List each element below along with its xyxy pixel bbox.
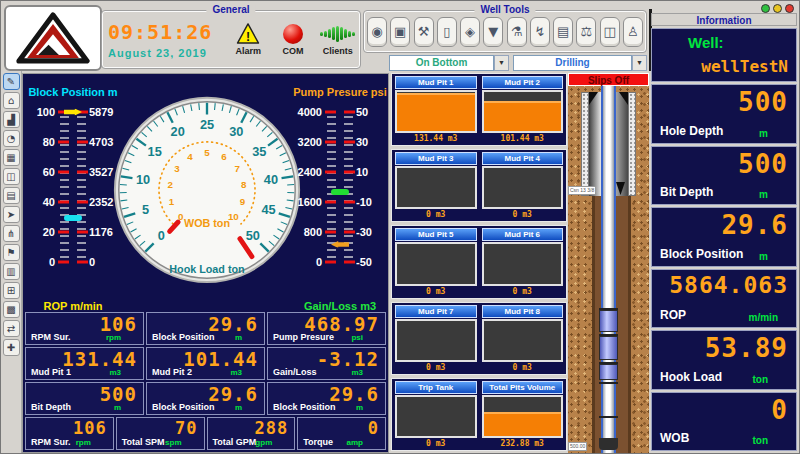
side-tool-home-button[interactable]: ⌂ <box>3 92 20 109</box>
tick-label: 100 <box>27 106 55 118</box>
major-tick <box>77 201 88 204</box>
side-tool-cursor-button[interactable]: ➤ <box>3 206 20 223</box>
tool-derrick-button[interactable]: ⚒ <box>414 17 434 47</box>
tool-lock-icon: ◈ <box>465 24 475 39</box>
alarm-warning-icon: ! <box>236 23 260 44</box>
tank-level-display <box>395 90 477 133</box>
svg-text:3: 3 <box>174 163 180 174</box>
alarm-label: Alarm <box>236 46 262 56</box>
status-selectors: On Bottom▼Drilling▼ <box>363 55 647 71</box>
side-toolbar: ✎⌂▟◔▦◫▤➤⋔⚑▥⊞▩⇄✚ <box>1 71 22 453</box>
drill-collar <box>599 336 618 360</box>
tank-mud-pit-2: Mud Pit 2101.44 m3 <box>482 76 564 144</box>
wave-bar <box>336 26 339 42</box>
major-tick <box>325 231 336 234</box>
bit-depth-label: 500.00 <box>568 442 587 451</box>
side-tool-plus-button[interactable]: ✚ <box>3 339 20 356</box>
tool-joint <box>599 334 618 336</box>
tank-volume-label: 0 m3 <box>482 286 564 297</box>
svg-text:35: 35 <box>252 144 266 159</box>
side-tool-swap-button[interactable]: ⇄ <box>3 320 20 337</box>
readout-unit: amp <box>347 438 363 447</box>
tool-bit-button[interactable]: ▼ <box>483 17 503 47</box>
readout-label: RPM Sur. <box>31 332 71 342</box>
close-button[interactable] <box>785 4 794 13</box>
tick-label: 30 <box>356 136 386 148</box>
tank-volume-label: 232.88 m3 <box>482 438 564 449</box>
readout-label: Mud Pit 2 <box>152 367 192 377</box>
tick-label: 80 <box>27 136 55 148</box>
side-tool-rows-button[interactable]: ▤ <box>3 187 20 204</box>
drill-bit <box>599 438 618 450</box>
tank-header: Mud Pit 6 <box>482 228 564 241</box>
info-unit: ton <box>752 435 768 446</box>
readout-unit: rpm <box>106 333 121 342</box>
side-tool-pipes-button[interactable]: ⋔ <box>3 225 20 242</box>
readout-unit: m <box>114 403 121 412</box>
side-tool-add-grid-button[interactable]: ⊞ <box>3 282 20 299</box>
readout-total-spm: 70Total SPMspm <box>116 417 205 450</box>
chevron-down-icon[interactable]: ▼ <box>632 55 647 71</box>
side-tool-flag-button[interactable]: ⚑ <box>3 244 20 261</box>
tank-header: Mud Pit 3 <box>395 152 477 165</box>
readout-label: Block Position <box>152 402 215 412</box>
svg-text:20: 20 <box>171 124 185 139</box>
side-tool-panel-button[interactable]: ▥ <box>3 263 20 280</box>
svg-text:!: ! <box>246 30 250 44</box>
clients-indicator[interactable]: Clients <box>315 24 360 56</box>
cement-right <box>628 92 636 196</box>
maximize-button[interactable] <box>773 4 782 13</box>
readout-mud-pit-2: 101.44Mud Pit 2m3 <box>146 347 265 380</box>
tool-logger-button[interactable]: ▣ <box>390 17 410 47</box>
info-label: ROP <box>660 308 686 322</box>
tool-operator-button[interactable]: ♙ <box>623 17 643 47</box>
tool-balance-button[interactable]: ⚖ <box>576 17 596 47</box>
major-tick <box>325 141 336 144</box>
tool-operator-icon: ♙ <box>627 24 639 39</box>
svg-text:50: 50 <box>246 228 260 243</box>
cement-left <box>581 92 589 196</box>
pit-row: Mud Pit 50 m3Mud Pit 60 m3 <box>391 225 567 298</box>
chevron-down-icon[interactable]: ▼ <box>494 55 509 71</box>
readout-value: 500 <box>100 383 137 405</box>
side-tool-grid-button[interactable]: ▦ <box>3 149 20 166</box>
tick-label: 60 <box>27 166 55 178</box>
tool-hook-icon: ↯ <box>534 24 545 39</box>
logo-triangle-icon <box>16 11 90 65</box>
tool-sensor-button[interactable]: ◉ <box>367 17 387 47</box>
rig-activity-select[interactable]: Drilling▼ <box>513 55 647 71</box>
readout-row: 106RPM Sur.rpm70Total SPMspm288Total GPM… <box>25 417 386 450</box>
readout-row: 500Bit Depthm29.6Block Positionm29.6Bloc… <box>25 382 386 415</box>
tool-recorder-button[interactable]: ▯ <box>437 17 457 47</box>
side-tool-chart-button[interactable]: ▟ <box>3 111 20 128</box>
wellbore-diagram: Csn 13 3/8 500.00 <box>568 86 649 453</box>
side-tool-clock-button[interactable]: ◔ <box>3 130 20 147</box>
tool-lock-button[interactable]: ◈ <box>460 17 480 47</box>
readout-torque: 0Torqueamp <box>297 417 386 450</box>
side-tool-table-button[interactable]: ▩ <box>3 301 20 318</box>
com-indicator[interactable]: COM <box>271 24 316 56</box>
tank-level-display <box>482 242 564 285</box>
tank-level-display <box>482 395 564 438</box>
tool-hook-button[interactable]: ↯ <box>530 17 550 47</box>
minimize-button[interactable] <box>761 4 770 13</box>
svg-text:WOB ton: WOB ton <box>184 217 230 229</box>
readout-gain-loss: -3.12Gain/Lossm3 <box>267 347 386 380</box>
tool-gauge-button[interactable]: ⚗ <box>507 17 527 47</box>
well-tools-title: Well Tools <box>474 4 535 15</box>
major-tick <box>344 201 355 204</box>
alarm-indicator[interactable]: ! Alarm <box>226 23 271 56</box>
tool-pump-button[interactable]: ◫ <box>600 17 620 47</box>
tick-label: 2400 <box>294 166 322 178</box>
side-tool-columns-button[interactable]: ◫ <box>3 168 20 185</box>
tank-mud-pit-4: Mud Pit 40 m3 <box>482 152 564 220</box>
tick-label: 0 <box>27 256 55 268</box>
well-name-value: wellTestN <box>701 57 788 76</box>
scale-body: 4000503200302400101600-10800-300-50 <box>294 112 386 262</box>
tool-tank-button[interactable]: ▤ <box>553 17 573 47</box>
bit-status-select[interactable]: On Bottom▼ <box>389 55 509 71</box>
tank-header: Mud Pit 1 <box>395 76 477 89</box>
tank-volume-label: 0 m3 <box>395 438 477 449</box>
tool-derrick-icon: ⚒ <box>418 24 430 39</box>
side-tool-edit-button[interactable]: ✎ <box>3 73 20 90</box>
